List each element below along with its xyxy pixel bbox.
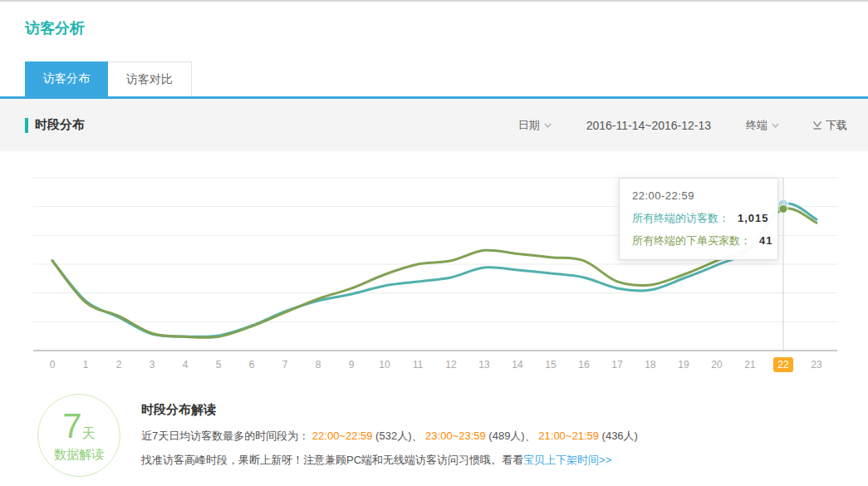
- date-dropdown[interactable]: 日期: [518, 118, 552, 133]
- x-tick: 19: [672, 359, 695, 371]
- insight-text: 找准访客高峰时段，果断上新呀！注意兼顾PC端和无线端访客访问习惯哦。看看: [141, 454, 523, 466]
- tooltip-row-label: 所有终端的访客数：: [632, 212, 729, 224]
- tooltip-rows: 所有终端的访客数：1,015所有终端的下单买家数：41: [632, 211, 765, 248]
- tooltip-row-value: 41: [759, 234, 772, 247]
- buyers-hover-marker: [779, 204, 787, 213]
- x-tick: 13: [473, 359, 496, 371]
- x-tick: 6: [240, 359, 263, 371]
- peak-time-range: 21:00~21:59: [538, 430, 599, 442]
- x-tick: 11: [406, 359, 429, 371]
- tab-visitor-distribution[interactable]: 访客分布: [25, 61, 108, 96]
- insight-line-1: 近7天日均访客数最多的时间段为： 22:00~22:59 (532人)、 23:…: [141, 429, 839, 444]
- x-tick: 23: [805, 359, 828, 371]
- section-title-wrap: 时段分布: [25, 117, 85, 133]
- listing-time-link[interactable]: 宝贝上下架时间>>: [523, 454, 611, 466]
- tooltip-row-label: 所有终端的下单买家数：: [632, 234, 751, 247]
- x-tick: 21: [738, 359, 762, 371]
- x-tick: 8: [306, 359, 330, 371]
- x-tick-highlighted: 22: [773, 357, 793, 372]
- insight-body: 时段分布解读 近7天日均访客数最多的时间段为： 22:00~22:59 (532…: [141, 402, 839, 477]
- chevron-down-icon: [544, 123, 552, 128]
- seven-day-badge: 7天 数据解读: [37, 394, 120, 477]
- page-title: 访客分析: [25, 18, 85, 38]
- tooltip-time-range: 22:00-22:59: [632, 189, 765, 202]
- x-tick: 9: [340, 359, 363, 371]
- peak-time-range: 22:00~22:59: [312, 430, 373, 442]
- chevron-down-icon: [772, 123, 779, 128]
- x-tick: 12: [439, 359, 463, 371]
- x-tick: 10: [373, 359, 396, 371]
- x-tick: 2: [107, 359, 130, 371]
- x-tick: 1: [74, 359, 97, 371]
- tooltip-row: 所有终端的访客数：1,015: [632, 211, 765, 226]
- chart-tooltip: 22:00-22:59 所有终端的访客数：1,015所有终端的下单买家数：41: [619, 178, 778, 260]
- download-icon: [812, 120, 822, 130]
- section-accent-bar: [25, 118, 28, 133]
- section-title: 时段分布: [35, 117, 85, 133]
- visitor-analysis-page: { "page": { "title": "访客分析" }, "tabs": […: [0, 0, 868, 486]
- x-tick: 18: [639, 359, 662, 371]
- tooltip-row-value: 1,015: [738, 212, 769, 224]
- tab-bar: 访客分布 访客对比: [25, 61, 192, 96]
- insight-line-2: 找准访客高峰时段，果断上新呀！注意兼顾PC端和无线端访客访问习惯哦。看看宝贝上下…: [141, 453, 839, 468]
- x-tick: 15: [539, 359, 562, 371]
- date-range-value[interactable]: 2016-11-14~2016-12-13: [586, 119, 711, 132]
- x-tick: 5: [207, 359, 230, 371]
- terminal-dropdown-label: 终端: [746, 118, 767, 133]
- section-toolbar: 时段分布 日期 2016-11-14~2016-12-13 终端 下载: [0, 99, 868, 151]
- tooltip-row: 所有终端的下单买家数：41: [632, 233, 765, 248]
- x-tick: 0: [41, 359, 64, 371]
- x-tick: 14: [506, 359, 529, 371]
- x-tick: 3: [140, 359, 164, 371]
- hourly-distribution-chart[interactable]: 01234567891011121314151617181920212223 2…: [0, 151, 868, 384]
- download-button[interactable]: 下载: [812, 118, 847, 133]
- x-tick: 16: [572, 359, 596, 371]
- terminal-dropdown[interactable]: 终端: [746, 118, 779, 133]
- insight-text: (532人)、: [373, 430, 426, 442]
- tab-visitor-comparison[interactable]: 访客对比: [108, 61, 192, 96]
- badge-number: 7天: [62, 409, 95, 444]
- peak-time-range: 23:00~23:59: [425, 430, 486, 442]
- insight-text: (489人)、: [486, 430, 539, 442]
- insight-heading: 时段分布解读: [141, 402, 839, 418]
- x-tick: 4: [174, 359, 197, 371]
- insight-text: 近7天日均访客数最多的时间段为：: [141, 430, 312, 442]
- toolbar-controls: 日期 2016-11-14~2016-12-13 终端 下载: [518, 118, 847, 133]
- date-dropdown-label: 日期: [518, 118, 540, 133]
- x-tick: 17: [606, 359, 629, 371]
- x-tick: 20: [705, 359, 728, 371]
- badge-subtitle: 数据解读: [54, 447, 104, 463]
- x-tick: 7: [273, 359, 297, 371]
- download-label: 下载: [826, 118, 847, 133]
- insight-text: (436人): [599, 430, 638, 442]
